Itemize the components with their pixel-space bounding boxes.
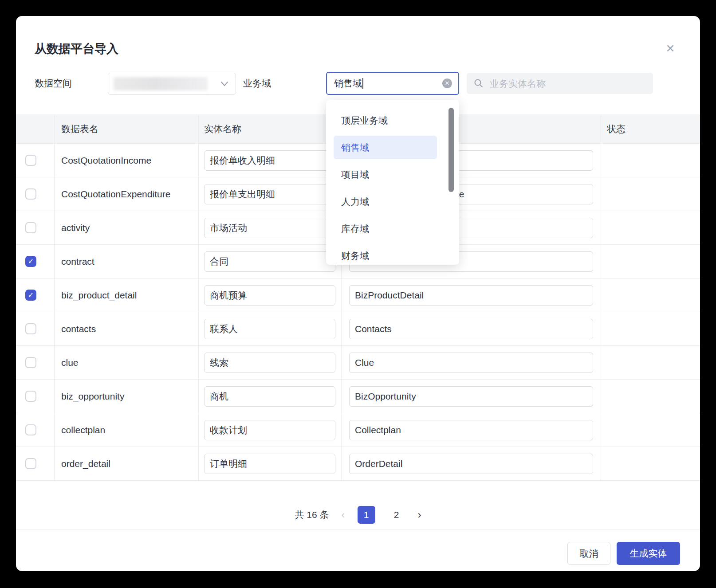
table-name-text: contract (61, 256, 94, 267)
business-domain-label: 业务域 (243, 72, 271, 95)
row-checkbox[interactable] (25, 424, 36, 435)
entity-en-input[interactable] (349, 386, 593, 407)
dialog-title: 从数据平台导入 (35, 41, 118, 57)
pagination-total: 共 16 条 (295, 509, 329, 521)
table-name-text: CostQuotationExpenditure (61, 189, 170, 200)
dialog-footer: 取消 生成实体 (16, 529, 700, 572)
pagination-next-icon[interactable]: › (418, 509, 421, 521)
header-status: 状态 (607, 123, 626, 135)
table-row: order_detail (16, 447, 700, 481)
table-row: collectplan (16, 413, 700, 447)
table-name-text: activity (61, 223, 90, 233)
domain-option[interactable]: 人力域 (334, 190, 437, 213)
redacted-select-value (114, 77, 208, 90)
row-checkbox[interactable] (25, 155, 36, 166)
search-icon (474, 78, 484, 88)
chevron-down-icon (220, 81, 228, 89)
row-checkbox[interactable] (25, 222, 36, 233)
entity-cn-input[interactable] (204, 319, 335, 339)
table-name-text: contacts (61, 324, 96, 334)
entity-cn-input[interactable] (204, 218, 335, 238)
table-name-text: biz_opportunity (61, 391, 124, 402)
table-name-text: order_detail (61, 459, 110, 469)
status-cell (601, 211, 700, 244)
header-entity-name: 实体名称 (204, 123, 241, 135)
business-domain-input[interactable]: 销售域 ✕ (326, 72, 459, 95)
status-cell (601, 312, 700, 345)
entity-en-input[interactable] (349, 454, 593, 474)
entity-en-input[interactable] (349, 420, 593, 440)
entity-en-input[interactable] (349, 319, 593, 339)
row-checkbox[interactable] (25, 290, 36, 301)
table-row: biz_opportunity (16, 380, 700, 413)
header-table-name: 数据表名 (61, 123, 98, 135)
status-cell (601, 413, 700, 447)
entity-cn-input[interactable] (204, 386, 335, 407)
data-space-select[interactable] (108, 73, 236, 95)
generate-entity-button[interactable]: 生成实体 (617, 542, 680, 565)
row-checkbox[interactable] (25, 256, 36, 267)
status-cell (601, 144, 700, 177)
table-name-text: CostQuotationIncome (61, 155, 151, 166)
row-checkbox[interactable] (25, 357, 36, 368)
status-cell (601, 278, 700, 312)
entity-cn-input[interactable] (204, 251, 335, 272)
screen: 从数据平台导入 ✕ 数据空间 业务域 销售域 ✕ (0, 0, 716, 588)
text-caret (362, 78, 363, 89)
business-domain-value: 销售域 (334, 78, 362, 88)
pagination: 共 16 条 ‹ 12 › (16, 506, 700, 524)
close-icon[interactable]: ✕ (663, 41, 678, 56)
table-row: clue (16, 346, 700, 380)
row-checkbox[interactable] (25, 323, 36, 334)
entity-cn-input[interactable] (204, 420, 335, 440)
table-row: contacts (16, 312, 700, 346)
entity-search-input[interactable] (489, 73, 646, 95)
entity-cn-input[interactable] (204, 454, 335, 474)
dropdown-options: 顶层业务域销售域项目域人力域库存域财务域 (326, 109, 459, 265)
domain-option[interactable]: 顶层业务域 (334, 109, 437, 132)
entity-cn-input[interactable] (204, 353, 335, 373)
entity-cn-input[interactable] (204, 285, 335, 306)
data-space-label: 数据空间 (35, 72, 72, 95)
status-cell (601, 177, 700, 211)
clear-icon[interactable]: ✕ (442, 78, 452, 88)
domain-option[interactable]: 财务域 (334, 244, 437, 265)
dropdown-scrollbar[interactable] (448, 108, 454, 192)
entity-cn-input[interactable] (204, 184, 335, 204)
entity-en-input[interactable] (349, 353, 593, 373)
status-cell (601, 346, 700, 379)
pagination-page-2[interactable]: 2 (388, 506, 405, 524)
status-cell (601, 380, 700, 413)
entity-en-input[interactable] (349, 285, 593, 306)
table-name-text: clue (61, 357, 79, 368)
table-row: biz_product_detail (16, 278, 700, 312)
row-checkbox[interactable] (25, 391, 36, 402)
entity-cn-input[interactable] (204, 150, 335, 171)
filter-bar: 数据空间 业务域 销售域 ✕ (16, 72, 700, 96)
status-cell (601, 447, 700, 480)
entity-search-box (467, 73, 653, 94)
domain-option[interactable]: 项目域 (334, 163, 437, 186)
pagination-prev-icon[interactable]: ‹ (342, 509, 345, 521)
domain-option[interactable]: 销售域 (334, 136, 437, 159)
cancel-button[interactable]: 取消 (567, 542, 610, 565)
row-checkbox[interactable] (25, 188, 36, 200)
status-cell (601, 245, 700, 278)
business-domain-dropdown: 顶层业务域销售域项目域人力域库存域财务域 (326, 100, 459, 265)
row-checkbox[interactable] (25, 458, 36, 469)
pagination-page-1[interactable]: 1 (358, 506, 375, 524)
domain-option[interactable]: 库存域 (334, 217, 437, 240)
table-name-text: biz_product_detail (61, 290, 137, 301)
import-dialog: 从数据平台导入 ✕ 数据空间 业务域 销售域 ✕ (16, 16, 700, 571)
table-name-text: collectplan (61, 425, 105, 435)
